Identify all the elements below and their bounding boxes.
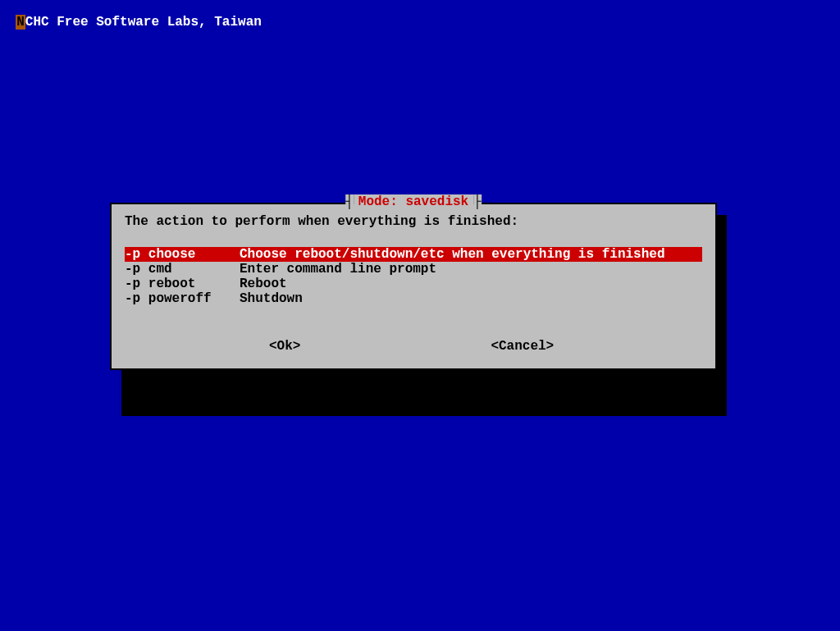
dialog-title: Mode: savedisk xyxy=(354,194,473,209)
menu-item-desc: Enter command line prompt xyxy=(240,262,436,277)
menu-item-choose[interactable]: -p choose Choose reboot/shutdown/etc whe… xyxy=(125,247,702,262)
ok-button[interactable]: <Ok> xyxy=(269,339,300,354)
menu-item-desc: Shutdown xyxy=(240,291,303,306)
menu-item-key: -p cmd xyxy=(125,262,240,277)
header-text: CHC Free Software Labs, Taiwan xyxy=(25,15,262,30)
menu-item-reboot[interactable]: -p reboot Reboot xyxy=(125,277,702,291)
menu-list: -p choose Choose reboot/shutdown/etc whe… xyxy=(125,247,702,306)
title-right-tick: ├ xyxy=(473,194,482,209)
menu-item-key: -p reboot xyxy=(125,277,240,291)
header-bar: NCHC Free Software Labs, Taiwan xyxy=(0,0,262,30)
menu-item-key: -p choose xyxy=(125,247,240,262)
mode-dialog: ┤ Mode: savedisk ├ The action to perform… xyxy=(110,203,717,370)
title-left-tick: ┤ xyxy=(345,194,354,209)
menu-item-cmd[interactable]: -p cmd Enter command line prompt xyxy=(125,262,702,277)
header-first-char: N xyxy=(16,15,25,30)
dialog-buttons: <Ok> <Cancel> xyxy=(125,339,702,354)
menu-item-key: -p poweroff xyxy=(125,291,240,306)
menu-item-desc: Choose reboot/shutdown/etc when everythi… xyxy=(240,247,664,262)
menu-item-desc: Reboot xyxy=(240,277,287,291)
dialog-title-bar: ┤ Mode: savedisk ├ xyxy=(345,194,482,209)
cancel-button[interactable]: <Cancel> xyxy=(491,339,554,354)
dialog-prompt: The action to perform when everything is… xyxy=(125,214,702,229)
menu-item-poweroff[interactable]: -p poweroff Shutdown xyxy=(125,291,702,306)
